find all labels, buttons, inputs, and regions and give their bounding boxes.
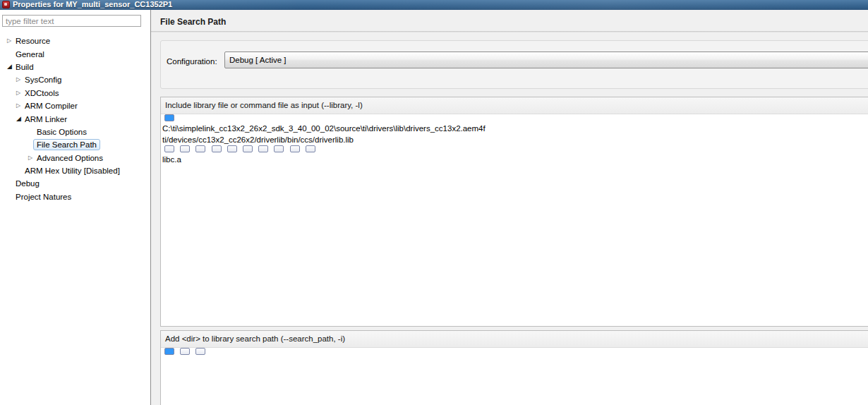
tree-item-label: Project Natures	[12, 191, 75, 202]
main-panel: File Search Path Configuration: Debug [ …	[151, 10, 868, 405]
configuration-combo[interactable]: Debug [ Active ]	[224, 52, 868, 68]
configuration-value: Debug [ Active ]	[229, 56, 287, 64]
tree-item[interactable]: Build	[0, 61, 150, 73]
tree-item[interactable]: Resource	[0, 35, 150, 47]
properties-tree: Resource General Build SysConfig XDCtool…	[0, 35, 150, 203]
tree-item-label: Debug	[12, 178, 43, 189]
sidebar: Resource General Build SysConfig XDCtool…	[0, 10, 150, 405]
include-library-section: Include library file or command file as …	[160, 97, 868, 327]
tree-item[interactable]: Project Natures	[0, 191, 150, 203]
tree-item[interactable]: Basic Options	[0, 126, 150, 138]
tree-item[interactable]: File Search Path	[0, 138, 150, 151]
tree-item-label: Build	[12, 61, 37, 73]
tree-item[interactable]: ARM Linker	[0, 112, 150, 125]
library-path-row[interactable]: ${COM_TI_SIMPLELINK_CC13X2_26X2_SDK_INST…	[290, 145, 300, 152]
library-path-row[interactable]: C:\ti\simplelink_cc13x2_26x2_sdk_3_40_00…	[161, 123, 868, 134]
library-path-row[interactable]: ${COM_TI_SIMPLELINK_CC13X2_26X2_SDK_INST…	[212, 145, 222, 152]
tree-item[interactable]: XDCtools	[0, 87, 150, 99]
tree-item-label: ARM Compiler	[21, 100, 81, 111]
library-path-text: libc.a	[162, 155, 181, 164]
library-path-row[interactable]: ${COM_TI_SIMPLELINK_CC13X2_26X2_SDK_INST…	[227, 145, 237, 152]
tree-item-label: File Search Path	[33, 139, 100, 150]
search-path-list: ${COM_TI_SIMPLELINK_CC13X2_26X2_SDK_INST…	[161, 348, 868, 356]
tree-item[interactable]: ARM Hex Utility [Disabled]	[0, 164, 150, 177]
search-section-header: Add <dir> to library search path (--sear…	[161, 331, 868, 348]
library-path-row[interactable]: ${COM_TI_SIMPLELINK_CC13X2_26X2_SDK_INST…	[164, 114, 174, 121]
tree-item-label: Resource	[12, 35, 54, 47]
search-path-row[interactable]: ${COM_TI_SIMPLELINK_CC13X2_26X2_SDK_LIBR…	[180, 348, 190, 355]
tree-item[interactable]: Debug	[0, 177, 150, 190]
tree-item-label: Basic Options	[33, 126, 90, 138]
tree-item-label: ARM Hex Utility [Disabled]	[21, 165, 123, 176]
tree-item-label: Advanced Options	[33, 152, 107, 164]
configuration-label: Configuration:	[167, 57, 217, 66]
library-path-row[interactable]: ti/devices/cc13x2_cc26x2/driverlib/bin/c…	[161, 134, 868, 145]
window-icon	[2, 1, 10, 8]
search-path-row[interactable]: ${CG_TOOL_ROOT}/lib	[195, 348, 205, 355]
tree-item[interactable]: SysConfig	[0, 73, 150, 86]
library-path-row[interactable]: libc.a	[161, 154, 868, 165]
library-path-text: C:\ti\simplelink_cc13x2_26x2_sdk_3_40_00…	[162, 124, 486, 133]
configuration-group: Configuration: Debug [ Active ]	[160, 40, 868, 89]
title-separator	[151, 31, 868, 32]
search-path-section: Add <dir> to library search path (--sear…	[160, 330, 868, 405]
library-path-text: ti/devices/cc13x2_cc26x2/driverlib/bin/c…	[162, 135, 354, 144]
library-path-row[interactable]: ${COM_TI_SIMPLELINK_CC13X2_26X2_SDK_LIBR…	[164, 145, 174, 152]
window-titlebar[interactable]: Properties for MY_multi_sensor_CC1352P1	[0, 0, 868, 11]
filter-input[interactable]	[2, 15, 141, 27]
tree-item-label: General	[12, 49, 48, 60]
tree-item-label: SysConfig	[21, 74, 65, 85]
page-title: File Search Path	[160, 17, 226, 27]
tree-item[interactable]: ARM Compiler	[0, 99, 150, 112]
properties-dialog: { "window": { "title": "Properties for M…	[0, 0, 868, 405]
library-path-row[interactable]: ${COM_TI_SIMPLELINK_CC13X2_26X2_SDK_INST…	[243, 145, 253, 152]
library-path-row[interactable]: ${COM_TI_SIMPLELINK_CC13X2_26X2_SDK_INST…	[180, 145, 190, 152]
include-section-header: Include library file or command file as …	[161, 97, 868, 114]
include-library-list: ${COM_TI_SIMPLELINK_CC13X2_26X2_SDK_INST…	[161, 114, 868, 165]
library-path-row[interactable]: ${COM_TI_SIMPLELINK_CC13X2_26X2_SDK_INST…	[195, 145, 205, 152]
tree-item[interactable]: Advanced Options	[0, 152, 150, 164]
window-title: Properties for MY_multi_sensor_CC1352P1	[13, 0, 172, 10]
tree-item-label: ARM Linker	[21, 114, 71, 125]
library-path-row[interactable]: ${COM_TI_SIMPLELINK_CC13X2_26X2_SDK_INST…	[258, 145, 268, 152]
library-path-row[interactable]: ${COM_TI_SIMPLELINK_CC13X2_26X2_SDK_INST…	[306, 145, 315, 152]
tree-item-label: XDCtools	[21, 87, 63, 99]
tree-item[interactable]: General	[0, 47, 150, 60]
library-path-row[interactable]: ${COM_TI_SIMPLELINK_CC13X2_26X2_SDK_INST…	[274, 145, 284, 152]
search-path-row[interactable]: ${COM_TI_SIMPLELINK_CC13X2_26X2_SDK_INST…	[164, 348, 174, 355]
